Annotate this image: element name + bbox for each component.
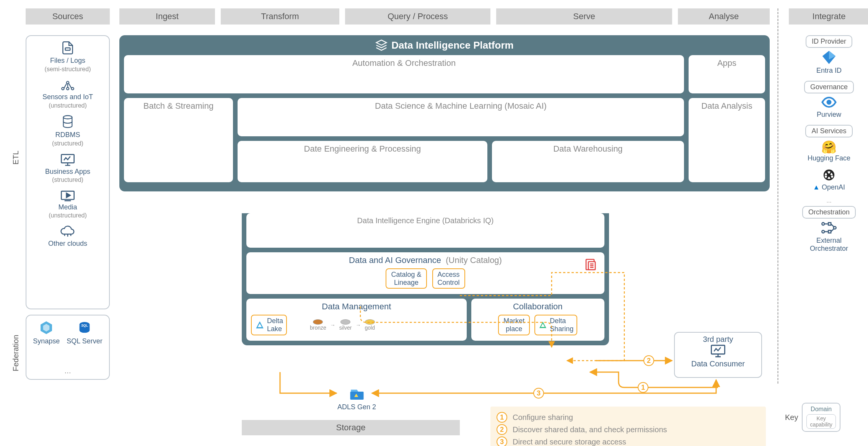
architecture-diagram: Sources Ingest Transform Query / Process… <box>5 5 868 446</box>
sources-panel: Files / Logs (semi-structured) Sensors a… <box>26 35 110 309</box>
source-rdbms: RDBMS (structured) <box>52 115 83 147</box>
federation-sqlserver: SQL SQL Server <box>67 320 102 345</box>
database-icon <box>61 115 74 129</box>
svg-point-19 <box>822 222 824 225</box>
source-bizapps: Business Apps (structured) <box>45 153 90 184</box>
source-files-logs: Files / Logs (semi-structured) <box>45 41 91 73</box>
federation-panel: Synapse SQL SQL Server … <box>26 315 110 380</box>
pill-catalog-lineage: Catalog & Lineage <box>386 268 427 289</box>
box-apps: Apps <box>689 55 765 93</box>
int-entra: Entra ID <box>816 50 842 75</box>
svg-point-1 <box>67 82 69 84</box>
iot-icon <box>60 78 75 91</box>
svg-point-18 <box>827 101 831 104</box>
band-sources: Sources <box>26 8 110 25</box>
document-icon <box>584 258 598 271</box>
int-openai: ▲ OpenAI <box>813 168 845 191</box>
platform-lower-panel: Data Intelligence Engine (Databricks IQ)… <box>242 213 609 345</box>
source-iot: Sensors and IoT (unstructured) <box>42 78 93 109</box>
svg-point-2 <box>62 88 64 90</box>
pill-marketplace: Market place <box>498 315 530 335</box>
pill-delta-sharing: Delta Sharing <box>534 315 577 335</box>
gov-title-main: Data and AI Governance <box>349 255 441 265</box>
gov-title-sub: (Unity Catalog) <box>446 255 502 265</box>
box-governance: Data and AI Governance (Unity Catalog) C… <box>246 252 604 294</box>
workflow-icon <box>821 221 837 235</box>
pill-governance: Governance <box>804 81 854 93</box>
sqlserver-icon: SQL <box>77 320 92 335</box>
svg-point-4 <box>67 88 69 90</box>
svg-rect-21 <box>828 222 831 225</box>
svg-point-3 <box>71 88 73 90</box>
int-more: … <box>826 198 832 204</box>
cloud-icon <box>60 225 76 238</box>
delta-sharing-icon <box>538 320 547 330</box>
label-federation: Federation <box>11 322 20 384</box>
box-collaboration: Collaboration Market place Delta Sharing <box>471 299 604 341</box>
federation-more: … <box>26 367 109 375</box>
step-badge-2: 2 <box>497 424 507 435</box>
stack-icon <box>375 39 388 51</box>
step-badge-1: 1 <box>497 412 507 423</box>
synapse-icon <box>39 320 54 335</box>
box-data-engineering: Date Engineering & Processing <box>238 141 487 182</box>
band-query: Query / Process <box>345 8 490 25</box>
svg-rect-6 <box>61 154 74 163</box>
pill-id-provider: ID Provider <box>806 35 852 48</box>
step-badge-3: 3 <box>497 436 507 446</box>
media-icon <box>60 190 75 202</box>
entra-icon <box>821 50 837 65</box>
adls-node: ADLS Gen 2 <box>337 387 376 411</box>
int-huggingface: 🤗 Hugging Face <box>808 140 850 162</box>
svg-marker-8 <box>67 193 70 198</box>
marker-3: 3 <box>533 388 544 399</box>
box-data-management: Data Management Delta Lake bronze → silv… <box>246 299 467 341</box>
marker-2: 2 <box>643 355 654 366</box>
pill-ai-services: AI Services <box>805 125 852 137</box>
box-batch-streaming: Batch & Streaming <box>124 98 233 182</box>
band-serve: Serve <box>496 8 672 25</box>
int-purview: Purview <box>817 96 841 119</box>
openai-icon <box>822 168 835 181</box>
huggingface-icon: 🤗 <box>808 140 850 154</box>
marker-1: 1 <box>638 382 648 393</box>
band-analyse: Analyse <box>678 8 770 25</box>
svg-point-5 <box>64 116 72 119</box>
steps-legend: 1Configure sharing 2Discover shared data… <box>490 407 766 446</box>
box-dsml: Data Science & Machine Learning (Mosaic … <box>238 98 684 136</box>
monitor-icon <box>60 153 75 166</box>
box-data-analysis: Data Analysis <box>689 98 765 182</box>
svg-marker-11 <box>376 40 387 45</box>
purview-icon <box>821 96 837 109</box>
pill-access-control: Access Control <box>432 268 465 289</box>
label-etl: ETL <box>11 135 20 181</box>
source-media: Media (unstructured) <box>49 190 87 220</box>
int-ext-orchestrator: External Orchestrator <box>810 221 848 253</box>
integrate-panel: ID Provider Entra ID Governance Purview … <box>789 35 868 256</box>
platform-title: Data Intelligence Platform <box>124 39 765 51</box>
pill-delta-lake: Delta Lake <box>251 315 287 335</box>
svg-text:SQL: SQL <box>81 323 88 327</box>
svg-rect-17 <box>712 345 725 354</box>
medallion-layers: bronze → silver → gold <box>310 319 375 331</box>
band-ingest: Ingest <box>119 8 215 25</box>
svg-point-20 <box>822 230 824 233</box>
delta-icon <box>255 320 265 330</box>
dashboard-icon <box>710 344 726 358</box>
svg-rect-0 <box>65 48 70 50</box>
platform-panel: Data Intelligence Platform Automation & … <box>119 35 770 191</box>
band-integrate: Integrate <box>789 8 868 25</box>
svg-rect-22 <box>828 230 831 233</box>
box-automation: Automation & Orchestration <box>124 55 684 93</box>
storage-icon <box>349 387 365 401</box>
box-third-party: 3rd party Data Consumer <box>674 332 762 378</box>
band-transform: Transform <box>221 8 339 25</box>
key-legend: Key Domain Key capability <box>785 403 840 432</box>
box-engine: Data Intelligence Engine (Databricks IQ) <box>246 213 604 248</box>
storage-band: Storage <box>242 420 460 435</box>
file-icon <box>60 41 75 55</box>
pill-orchestration: Orchestration <box>802 206 856 219</box>
federation-synapse: Synapse <box>33 320 60 345</box>
source-clouds: Other clouds <box>48 225 87 248</box>
box-data-warehousing: Data Warehousing <box>492 141 684 182</box>
